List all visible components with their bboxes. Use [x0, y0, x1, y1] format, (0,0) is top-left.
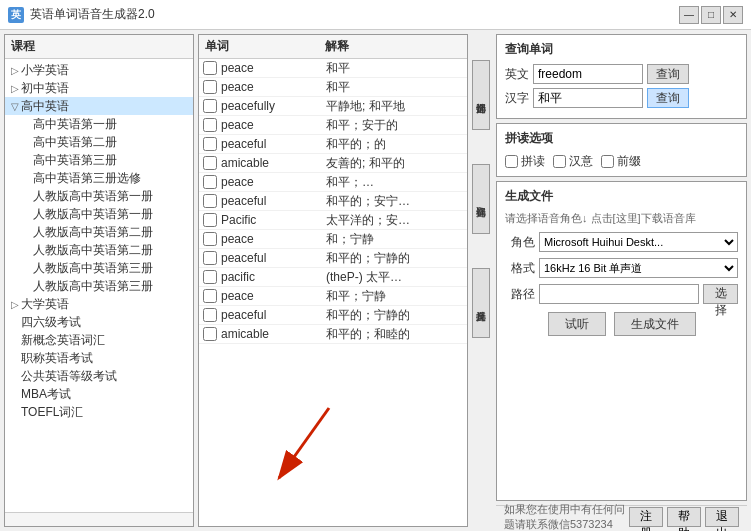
- take-select-button[interactable]: 取词选择: [472, 164, 490, 234]
- minimize-button[interactable]: —: [679, 6, 699, 24]
- pindu-checkbox-3[interactable]: [601, 155, 614, 168]
- tree-item-high1[interactable]: 高中英语第一册: [5, 115, 193, 133]
- english-query-button[interactable]: 查询: [647, 64, 689, 84]
- tree-item-middle[interactable]: ▷ 初中英语: [5, 79, 193, 97]
- close-button[interactable]: ✕: [723, 6, 743, 24]
- tree-item-public[interactable]: 公共英语等级考试: [5, 367, 193, 385]
- window-controls: — □ ✕: [679, 6, 743, 24]
- tree-toggle: [21, 244, 33, 256]
- tree-item-high2[interactable]: 高中英语第二册: [5, 133, 193, 151]
- pindu-option-3: 前缀: [601, 153, 641, 170]
- bottom-buttons: 注册 帮助 退出: [629, 507, 739, 527]
- word-meaning: 和平的；宁静的: [326, 307, 463, 324]
- chinese-query-button[interactable]: 查询: [647, 88, 689, 108]
- word-checkbox[interactable]: [203, 156, 217, 170]
- word-meaning: 和平的；的: [326, 136, 463, 153]
- word-checkbox[interactable]: [203, 251, 217, 265]
- tree-toggle: [9, 352, 21, 364]
- pindu-section: 拼读选项 拼读 汉意 前缀: [496, 123, 747, 177]
- format-select[interactable]: 16kHz 16 Bit 单声道: [539, 258, 738, 278]
- maximize-button[interactable]: □: [701, 6, 721, 24]
- tree-hscroll[interactable]: [5, 512, 193, 526]
- word-checkbox[interactable]: [203, 270, 217, 284]
- tree-item-high3[interactable]: 高中英语第三册: [5, 151, 193, 169]
- pindu-checkbox-2[interactable]: [553, 155, 566, 168]
- english-input[interactable]: [533, 64, 643, 84]
- pindu-options-row: 拼读 汉意 前缀: [505, 153, 738, 170]
- tree-toggle: [21, 262, 33, 274]
- tree-item-pep1a[interactable]: 人教版高中英语第一册: [5, 187, 193, 205]
- tree-toggle: [21, 280, 33, 292]
- word-checkbox[interactable]: [203, 308, 217, 322]
- word-meaning: 和平；…: [326, 174, 463, 191]
- word-checkbox[interactable]: [203, 232, 217, 246]
- tree-item-primary[interactable]: ▷ 小学英语: [5, 61, 193, 79]
- title-bar: 英 英语单词语音生成器2.0 — □ ✕: [0, 0, 751, 30]
- tree-item-mba[interactable]: MBA考试: [5, 385, 193, 403]
- word-list[interactable]: peace 和平 peace 和平 peacefully 平静地; 和平地: [199, 59, 467, 526]
- word-row: peace 和平: [199, 78, 467, 97]
- generate-file-button[interactable]: 生成文件: [614, 312, 696, 336]
- word-checkbox[interactable]: [203, 327, 217, 341]
- col-meaning-header: 解释: [325, 38, 461, 55]
- tree-item-pep2a[interactable]: 人教版高中英语第二册: [5, 223, 193, 241]
- word-checkbox[interactable]: [203, 80, 217, 94]
- path-label: 路径: [505, 286, 535, 303]
- pindu-checkbox-1[interactable]: [505, 155, 518, 168]
- word-row: peacefully 平静地; 和平地: [199, 97, 467, 116]
- word-meaning: 友善的; 和平的: [326, 155, 463, 172]
- word-checkbox[interactable]: [203, 175, 217, 189]
- word-checkbox[interactable]: [203, 61, 217, 75]
- tree-toggle: [21, 190, 33, 202]
- word-checkbox[interactable]: [203, 213, 217, 227]
- word-row: peace 和平；…: [199, 173, 467, 192]
- word-meaning: 和平: [326, 60, 463, 77]
- path-input[interactable]: [539, 284, 699, 304]
- tree-item-newconcept[interactable]: 新概念英语词汇: [5, 331, 193, 349]
- tree-item-high[interactable]: ▽ 高中英语: [5, 97, 193, 115]
- pindu-label-3: 前缀: [617, 153, 641, 170]
- path-select-button[interactable]: 选择: [703, 284, 738, 304]
- select-all-button[interactable]: 全部词选择: [472, 60, 490, 130]
- exit-button[interactable]: 退出: [705, 507, 739, 527]
- tree-item-college[interactable]: ▷ 大学英语: [5, 295, 193, 313]
- tree-item-pep2b[interactable]: 人教版高中英语第二册: [5, 241, 193, 259]
- reverse-select-button[interactable]: 反向选择: [472, 268, 490, 338]
- tree-item-pep3a[interactable]: 人教版高中英语第三册: [5, 259, 193, 277]
- tree-label: 小学英语: [21, 62, 69, 79]
- course-panel: 课程 ▷ 小学英语 ▷ 初中英语 ▽ 高中英语 高中英语第一册 高中英语第二册: [4, 34, 194, 527]
- query-section-title: 查询单词: [505, 41, 738, 58]
- tree-item-professional[interactable]: 职称英语考试: [5, 349, 193, 367]
- tree-item-toefl[interactable]: TOEFL词汇: [5, 403, 193, 421]
- word-row: peaceful 和平的；安宁…: [199, 192, 467, 211]
- word-checkbox[interactable]: [203, 289, 217, 303]
- course-panel-header: 课程: [5, 35, 193, 59]
- word-checkbox[interactable]: [203, 99, 217, 113]
- tree-toggle: ▷: [9, 82, 21, 94]
- svg-line-1: [279, 408, 329, 478]
- course-tree[interactable]: ▷ 小学英语 ▷ 初中英语 ▽ 高中英语 高中英语第一册 高中英语第二册 高中: [5, 59, 193, 512]
- generate-section: 生成文件 请选择语音角色↓ 点击[这里]下载语音库 角色 Microsoft H…: [496, 181, 747, 501]
- tree-item-pep1b[interactable]: 人教版高中英语第一册: [5, 205, 193, 223]
- word-panel: 单词 解释 peace 和平 peace 和平: [198, 34, 468, 527]
- tree-toggle: [9, 406, 21, 418]
- word-checkbox[interactable]: [203, 118, 217, 132]
- chinese-input[interactable]: [533, 88, 643, 108]
- word-checkbox[interactable]: [203, 137, 217, 151]
- bottom-info: 如果您在使用中有任何问题请联系微信5373234: [504, 502, 629, 532]
- tree-item-pep3b[interactable]: 人教版高中英语第三册: [5, 277, 193, 295]
- main-container: 课程 ▷ 小学英语 ▷ 初中英语 ▽ 高中英语 高中英语第一册 高中英语第二册: [0, 30, 751, 531]
- role-select[interactable]: Microsoft Huihui Deskt...: [539, 232, 738, 252]
- word-checkbox[interactable]: [203, 194, 217, 208]
- word-meaning: 太平洋的；安…: [326, 212, 463, 229]
- word-row: amicable 友善的; 和平的: [199, 154, 467, 173]
- tree-item-high3-elective[interactable]: 高中英语第三册选修: [5, 169, 193, 187]
- register-button[interactable]: 注册: [629, 507, 663, 527]
- word-row: Pacific 太平洋的；安…: [199, 211, 467, 230]
- tree-label: 高中英语: [21, 98, 69, 115]
- listen-button[interactable]: 试听: [548, 312, 606, 336]
- help-button[interactable]: 帮助: [667, 507, 701, 527]
- word-text: peace: [221, 232, 326, 246]
- tree-item-cet[interactable]: 四六级考试: [5, 313, 193, 331]
- tree-label: MBA考试: [21, 386, 71, 403]
